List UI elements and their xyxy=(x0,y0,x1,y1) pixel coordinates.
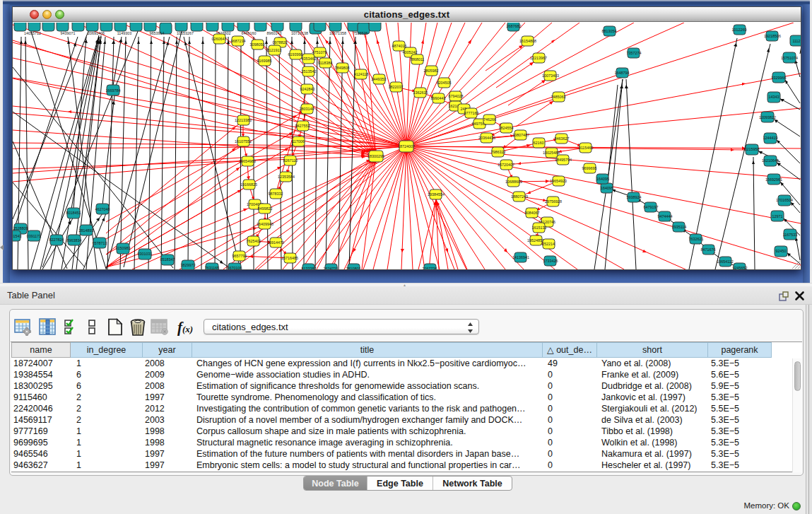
svg-text:1112: 1112 xyxy=(792,39,800,43)
svg-text:3824554: 3824554 xyxy=(499,126,514,130)
svg-text:10719138: 10719138 xyxy=(291,31,308,35)
svg-text:3267736: 3267736 xyxy=(423,267,437,269)
svg-text:10553267: 10553267 xyxy=(177,31,194,35)
svg-text:7357274: 7357274 xyxy=(627,51,642,55)
svg-text:6578713: 6578713 xyxy=(93,241,107,245)
svg-text:1615132: 1615132 xyxy=(532,226,547,230)
svg-text:8471676: 8471676 xyxy=(701,247,716,252)
svg-text:9169985: 9169985 xyxy=(257,59,272,63)
svg-text:16210645: 16210645 xyxy=(762,158,779,163)
svg-text:7810801: 7810801 xyxy=(346,267,361,269)
svg-text:10025488: 10025488 xyxy=(543,151,560,155)
svg-text:14343: 14343 xyxy=(769,95,779,99)
svg-text:12213967: 12213967 xyxy=(530,56,547,60)
svg-text:6670106: 6670106 xyxy=(228,266,242,269)
svg-text:9653914: 9653914 xyxy=(150,31,165,35)
svg-text:12213383: 12213383 xyxy=(235,118,252,122)
svg-text:19654983: 19654983 xyxy=(239,159,256,163)
svg-text:2805982: 2805982 xyxy=(424,69,439,73)
svg-text:7515526: 7515526 xyxy=(353,31,368,35)
svg-text:9699695: 9699695 xyxy=(582,166,597,170)
svg-text:12353584: 12353584 xyxy=(278,175,295,179)
svg-text:8813054: 8813054 xyxy=(602,29,617,33)
svg-text:10671358: 10671358 xyxy=(329,31,346,35)
svg-text:12971: 12971 xyxy=(772,214,783,218)
svg-text:4874016: 4874016 xyxy=(392,44,407,48)
svg-text:15720407: 15720407 xyxy=(498,163,514,167)
svg-text:62160: 62160 xyxy=(534,141,544,145)
svg-text:18495794: 18495794 xyxy=(555,158,572,162)
svg-text:9474444: 9474444 xyxy=(658,214,673,218)
svg-text:6794028: 6794028 xyxy=(449,94,464,98)
svg-text:20364436: 20364436 xyxy=(478,136,495,140)
svg-text:9242843: 9242843 xyxy=(300,87,315,91)
svg-text:9777169: 9777169 xyxy=(464,111,479,115)
svg-text:9329966: 9329966 xyxy=(772,76,787,80)
svg-text:19166825: 19166825 xyxy=(240,182,257,187)
svg-text:9118384: 9118384 xyxy=(318,61,333,65)
svg-text:8960143: 8960143 xyxy=(267,31,282,35)
svg-text:1733426: 1733426 xyxy=(543,259,558,263)
svg-text:4627048: 4627048 xyxy=(95,207,110,211)
svg-text:8018451: 8018451 xyxy=(66,211,81,215)
svg-text:10654112: 10654112 xyxy=(717,259,734,264)
svg-text:1012269: 1012269 xyxy=(732,28,747,32)
svg-text:16154808: 16154808 xyxy=(519,39,536,43)
svg-text:117006: 117006 xyxy=(292,139,305,144)
svg-text:7868011: 7868011 xyxy=(410,57,425,62)
svg-text:1149303: 1149303 xyxy=(117,31,132,35)
svg-text:164095: 164095 xyxy=(596,177,609,181)
svg-text:0518347: 0518347 xyxy=(160,257,175,262)
svg-text:9439071: 9439071 xyxy=(61,31,76,35)
svg-text:3829973: 3829973 xyxy=(181,263,196,267)
svg-text:18300295: 18300295 xyxy=(367,154,384,158)
svg-text:16409948: 16409948 xyxy=(257,222,273,226)
svg-text:7625402: 7625402 xyxy=(247,239,261,243)
svg-text:2814893: 2814893 xyxy=(79,228,94,233)
svg-text:0391171: 0391171 xyxy=(27,234,42,238)
svg-text:9245652: 9245652 xyxy=(733,266,748,269)
svg-text:8267110: 8267110 xyxy=(283,158,298,163)
svg-text:6466160: 6466160 xyxy=(242,31,257,35)
svg-text:92450: 92450 xyxy=(776,249,787,253)
svg-text:7485063: 7485063 xyxy=(551,95,566,99)
svg-text:14055712: 14055712 xyxy=(24,31,41,35)
svg-text:6193990: 6193990 xyxy=(288,52,303,57)
svg-text:14136941: 14136941 xyxy=(512,255,529,259)
svg-text:4124118: 4124118 xyxy=(354,72,369,76)
svg-text:4687234: 4687234 xyxy=(231,39,246,43)
svg-text:4005242: 4005242 xyxy=(403,50,418,54)
svg-text:29756928: 29756928 xyxy=(545,199,562,204)
svg-text:3098050: 3098050 xyxy=(250,42,265,47)
svg-text:18807249: 18807249 xyxy=(511,194,528,199)
svg-text:8463627: 8463627 xyxy=(555,136,570,141)
svg-text:1648794: 1648794 xyxy=(615,71,630,75)
svg-text:1362615: 1362615 xyxy=(413,90,428,95)
svg-text:7631165: 7631165 xyxy=(205,266,220,269)
svg-text:3150983: 3150983 xyxy=(116,246,131,250)
svg-text:8227824: 8227824 xyxy=(49,238,64,242)
svg-text:1167533: 1167533 xyxy=(783,233,798,237)
svg-text:9657791: 9657791 xyxy=(233,254,247,258)
svg-text:746266: 746266 xyxy=(483,117,496,122)
svg-text:0978820: 0978820 xyxy=(273,40,288,45)
svg-text:6204505: 6204505 xyxy=(437,81,452,85)
svg-text:3822037: 3822037 xyxy=(389,85,404,89)
svg-text:18724007: 18724007 xyxy=(398,144,415,148)
svg-text:9878332: 9878332 xyxy=(269,192,283,196)
svg-text:19384554: 19384554 xyxy=(428,192,445,197)
svg-text:7986322: 7986322 xyxy=(491,150,506,154)
svg-text:2687682: 2687682 xyxy=(507,24,522,28)
svg-text:10807487: 10807487 xyxy=(512,133,529,137)
svg-text:2513542: 2513542 xyxy=(302,69,317,74)
svg-text:7849808: 7849808 xyxy=(335,66,350,70)
svg-text:1244419: 1244419 xyxy=(763,136,778,140)
svg-text:9115460: 9115460 xyxy=(579,146,594,150)
svg-text:17016504: 17016504 xyxy=(776,198,793,202)
svg-text:2449353: 2449353 xyxy=(372,77,387,81)
svg-text:16107552: 16107552 xyxy=(235,139,252,144)
svg-text:5701543: 5701543 xyxy=(13,234,22,238)
svg-text:5938924: 5938924 xyxy=(627,195,642,199)
svg-text:2935114: 2935114 xyxy=(672,225,687,229)
svg-text:15692961: 15692961 xyxy=(765,177,782,182)
